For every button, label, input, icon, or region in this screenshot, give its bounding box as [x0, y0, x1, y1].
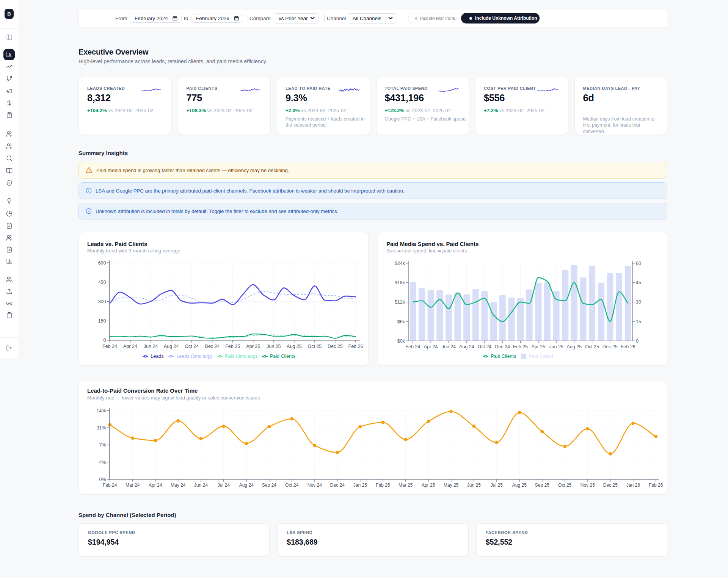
svg-text:Jan 26: Jan 26: [626, 482, 640, 488]
svg-text:Dec 25: Dec 25: [603, 482, 618, 488]
svg-text:60: 60: [636, 261, 641, 266]
svg-text:Apr 25: Apr 25: [422, 482, 435, 488]
svg-text:$6k: $6k: [397, 319, 405, 324]
svg-text:Oct 25: Oct 25: [585, 344, 599, 349]
svg-text:Aug 24: Aug 24: [164, 344, 179, 349]
svg-text:Oct 25: Oct 25: [558, 482, 572, 488]
svg-text:Jan 25: Jan 25: [353, 482, 367, 488]
svg-text:Feb 24: Feb 24: [405, 344, 420, 349]
svg-text:Nov 25: Nov 25: [581, 482, 595, 488]
svg-text:Mar 25: Mar 25: [399, 482, 413, 488]
svg-text:Feb 25: Feb 25: [513, 344, 528, 349]
svg-text:Nov 24: Nov 24: [308, 482, 322, 488]
svg-text:Oct 24: Oct 24: [185, 344, 199, 349]
svg-text:May 24: May 24: [171, 482, 186, 488]
svg-text:$12k: $12k: [395, 299, 405, 305]
svg-text:Sep 25: Sep 25: [535, 482, 549, 488]
svg-text:Jun 25: Jun 25: [467, 482, 481, 488]
svg-text:Apr 25: Apr 25: [531, 344, 545, 349]
svg-text:45: 45: [636, 280, 641, 285]
svg-text:Jun 25: Jun 25: [549, 344, 563, 349]
svg-text:Dec 25: Dec 25: [602, 344, 618, 349]
svg-text:Feb 25: Feb 25: [376, 482, 390, 488]
svg-text:Dec 24: Dec 24: [495, 344, 510, 349]
svg-text:Oct 24: Oct 24: [477, 344, 491, 349]
svg-text:14%: 14%: [96, 408, 106, 414]
svg-text:Jun 24: Jun 24: [442, 344, 456, 349]
svg-text:$18k: $18k: [395, 280, 405, 285]
svg-text:Sep 24: Sep 24: [262, 482, 276, 488]
svg-text:Jul 24: Jul 24: [218, 482, 230, 488]
svg-text:7%: 7%: [99, 442, 106, 448]
svg-text:Aug 25: Aug 25: [512, 482, 527, 488]
svg-text:Apr 24: Apr 24: [149, 482, 162, 488]
svg-text:Aug 25: Aug 25: [566, 344, 582, 349]
svg-text:Apr 24: Apr 24: [424, 344, 438, 349]
svg-text:4%: 4%: [99, 460, 106, 465]
svg-text:Aug 25: Aug 25: [287, 344, 302, 349]
svg-text:Feb 26: Feb 26: [649, 482, 663, 488]
svg-text:Apr 25: Apr 25: [246, 344, 260, 349]
svg-text:450: 450: [98, 280, 106, 285]
svg-text:Jun 25: Jun 25: [267, 344, 281, 349]
svg-text:Feb 24: Feb 24: [103, 482, 117, 488]
svg-text:Aug 24: Aug 24: [239, 482, 254, 488]
svg-text:11%: 11%: [97, 425, 106, 431]
svg-text:Jul 25: Jul 25: [491, 482, 503, 488]
svg-text:300: 300: [98, 299, 106, 304]
svg-text:$0k: $0k: [397, 338, 405, 344]
svg-text:Feb 26: Feb 26: [348, 344, 363, 349]
svg-text:150: 150: [98, 318, 106, 324]
svg-text:Jun 24: Jun 24: [194, 482, 208, 488]
svg-text:$24k: $24k: [395, 261, 405, 266]
svg-text:0: 0: [104, 338, 106, 343]
svg-text:Apr 24: Apr 24: [123, 344, 137, 349]
svg-text:Feb 24: Feb 24: [102, 344, 117, 349]
svg-text:Dec 24: Dec 24: [205, 344, 220, 349]
svg-text:600: 600: [98, 260, 106, 266]
svg-text:30: 30: [636, 299, 641, 305]
svg-text:0%: 0%: [99, 477, 106, 482]
svg-text:Dec 25: Dec 25: [328, 344, 343, 349]
svg-text:Oct 24: Oct 24: [285, 482, 299, 488]
svg-text:Aug 24: Aug 24: [459, 344, 474, 349]
svg-text:Feb 25: Feb 25: [225, 344, 240, 349]
svg-text:May 25: May 25: [444, 482, 459, 488]
svg-text:Jun 24: Jun 24: [144, 344, 158, 349]
svg-text:0: 0: [636, 338, 639, 344]
svg-text:15: 15: [636, 319, 641, 324]
svg-text:Mar 24: Mar 24: [126, 482, 140, 488]
svg-text:Dec 24: Dec 24: [330, 482, 345, 488]
svg-text:Feb 26: Feb 26: [621, 344, 635, 349]
svg-text:Oct 25: Oct 25: [308, 344, 322, 349]
